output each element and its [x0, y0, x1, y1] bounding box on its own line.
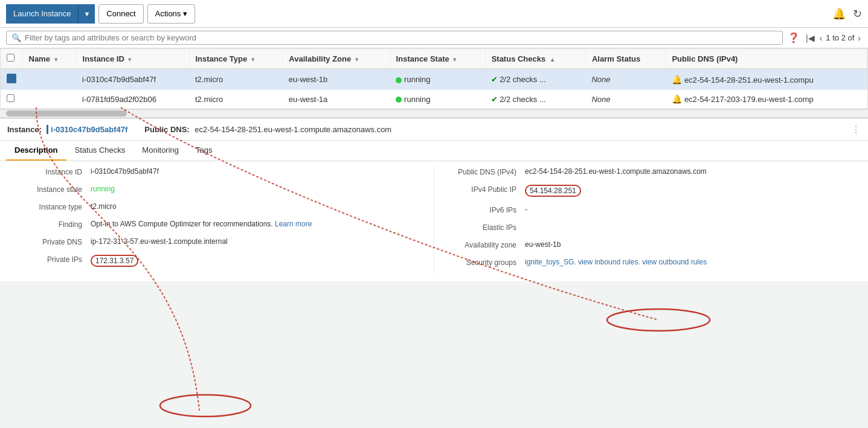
horizontal-scrollbar[interactable] [0, 109, 868, 118]
row-checkbox-input[interactable] [7, 94, 14, 102]
col-instance-id[interactable]: Instance ID ▾ [76, 49, 189, 69]
status-dot [396, 77, 402, 83]
next-page-button[interactable]: › [857, 33, 862, 43]
detail-instance-id: i-0310c47b9d5abf47f [47, 125, 127, 134]
prev-page-button[interactable]: ‹ [818, 33, 824, 43]
learn-more-link[interactable]: Learn more [275, 220, 312, 228]
instance-state-text: running [404, 95, 430, 104]
detail-right-col: Public DNS (IPv4) ec2-54-154-28-251.eu-w… [434, 167, 868, 275]
ipv4-public-ip-value: 54.154.28.251 [525, 185, 856, 197]
private-dns-value: ip-172-31-3-57.eu-west-1.compute.interna… [91, 237, 422, 246]
detail-resize-handle[interactable]: ⋮ [851, 124, 861, 135]
status-dot [396, 97, 402, 103]
private-dns-label: Private DNS [12, 237, 91, 246]
sg-outbound-link[interactable]: view outbound rules [642, 258, 707, 266]
row-instance-type: t2.micro [189, 69, 283, 90]
launch-instance-dropdown[interactable]: ▼ [79, 4, 95, 24]
launch-instance-main[interactable]: Launch Instance [6, 4, 79, 24]
status-checks-text: 2/2 checks ... [500, 95, 546, 104]
alarm-icon: 🔔 [672, 75, 682, 85]
actions-button[interactable]: Actions ▾ [147, 4, 196, 24]
col-public-dns[interactable]: Public DNS (IPv4) [666, 49, 867, 69]
private-ips-value: 172.31.3.57 [91, 255, 422, 267]
row-public-dns: 🔔ec2-54-217-203-179.eu-west-1.comp [666, 90, 867, 109]
tab-tags[interactable]: Tags [187, 141, 220, 161]
detail-left-col: Instance ID i-0310c47b9d5abf47f Instance… [0, 167, 434, 275]
checkbox-selected[interactable] [7, 74, 16, 83]
detail-tabs: Description Status Checks Monitoring Tag… [0, 141, 868, 161]
search-input[interactable] [25, 33, 777, 42]
refresh-icon[interactable]: ↻ [853, 7, 862, 21]
toolbar: Launch Instance ▼ Connect Actions ▾ 🔔 ↻ [0, 0, 868, 28]
public-dns-ipv4-value: ec2-54-154-28-251.eu-west-1.compute.amaz… [525, 167, 856, 176]
tab-monitoring[interactable]: Monitoring [133, 141, 187, 161]
bell-icon[interactable]: 🔔 [832, 7, 846, 21]
col-name[interactable]: Name ▾ [22, 49, 76, 69]
row-instance-state: running [390, 90, 485, 109]
row-instance-id: i-0781fd59ad2f02b06 [76, 90, 189, 109]
col-availability-zone[interactable]: Availability Zone ▾ [283, 49, 390, 69]
svg-point-1 [607, 309, 710, 331]
availability-zone-value: eu-west-1b [525, 240, 856, 249]
instance-state-label: Instance state [12, 185, 91, 194]
instances-table: Name ▾ Instance ID ▾ Instance Type ▾ Ava… [0, 48, 868, 109]
instance-state-value: running [91, 185, 422, 193]
public-dns-ipv4-label: Public DNS (IPv4) [446, 167, 525, 176]
private-ips-label: Private IPs [12, 255, 91, 264]
row-name [22, 69, 76, 90]
ipv6-ips-label: IPv6 IPs [446, 205, 525, 214]
ipv4-public-ip-label: IPv4 Public IP [446, 185, 525, 194]
alarm-icon: 🔔 [672, 94, 682, 104]
col-status-checks[interactable]: Status Checks ▲ [485, 49, 585, 69]
row-instance-id: i-0310c47b9d5abf47f [76, 69, 189, 90]
detail-public-dns-label: Public DNS: ec2-54-154-28-251.eu-west-1.… [144, 125, 391, 134]
security-groups-label: Security groups [446, 258, 525, 267]
security-groups-value: ignite_toys_SG. view inbound rules. view… [525, 258, 856, 266]
detail-header: Instance: i-0310c47b9d5abf47f Public DNS… [0, 118, 868, 141]
search-bar: 🔍 [6, 31, 783, 45]
finding-value: Opt-in to AWS Compute Optimizer for reco… [91, 220, 422, 228]
help-icon[interactable]: ❓ [788, 32, 800, 43]
row-checkbox[interactable] [1, 69, 22, 90]
instance-label: Instance: [7, 125, 42, 134]
row-availability-zone: eu-west-1a [283, 90, 390, 109]
row-status-checks: ✔2/2 checks ... [485, 69, 585, 90]
svg-point-0 [160, 395, 251, 417]
launch-instance-button[interactable]: Launch Instance ▼ [6, 4, 95, 24]
check-icon: ✔ [491, 75, 498, 84]
availability-zone-label: Availability zone [446, 240, 525, 249]
col-alarm-status[interactable]: Alarm Status [585, 49, 665, 69]
select-all-checkbox[interactable] [1, 49, 22, 69]
table-row[interactable]: i-0781fd59ad2f02b06t2.microeu-west-1arun… [1, 90, 867, 109]
sg-inbound-link[interactable]: view inbound rules. [578, 258, 640, 266]
instance-id-label: Instance ID [12, 167, 91, 176]
actions-chevron-icon: ▾ [183, 9, 187, 18]
col-instance-type[interactable]: Instance Type ▾ [189, 49, 283, 69]
row-alarm-status: None [585, 69, 665, 90]
tab-description[interactable]: Description [6, 141, 66, 161]
pagination: |◀ ‹ 1 to 2 of › [805, 33, 862, 43]
instance-state-text: running [404, 75, 430, 84]
first-page-button[interactable]: |◀ [805, 33, 816, 43]
connect-button[interactable]: Connect [98, 4, 143, 24]
pagination-text: 1 to 2 of [826, 33, 854, 42]
row-name [22, 90, 76, 109]
instance-type-label: Instance type [12, 202, 91, 211]
row-instance-type: t2.micro [189, 90, 283, 109]
status-checks-text: 2/2 checks ... [500, 75, 546, 84]
row-availability-zone: eu-west-1b [283, 69, 390, 90]
row-public-dns: 🔔ec2-54-154-28-251.eu-west-1.compu [666, 69, 867, 90]
tab-status-checks[interactable]: Status Checks [66, 141, 134, 161]
row-checkbox[interactable] [1, 90, 22, 109]
check-icon: ✔ [491, 95, 498, 104]
sg-name-link[interactable]: ignite_toys_SG. [525, 258, 576, 266]
finding-label: Finding [12, 220, 91, 229]
public-dns-text: ec2-54-154-28-251.eu-west-1.compu [684, 75, 814, 85]
row-alarm-status: None [585, 90, 665, 109]
row-instance-state: running [390, 69, 485, 90]
elastic-ips-label: Elastic IPs [446, 223, 525, 232]
public-dns-text: ec2-54-217-203-179.eu-west-1.comp [684, 95, 814, 104]
col-instance-state[interactable]: Instance State ▾ [390, 49, 485, 69]
row-status-checks: ✔2/2 checks ... [485, 90, 585, 109]
table-row[interactable]: i-0310c47b9d5abf47ft2.microeu-west-1brun… [1, 69, 867, 90]
